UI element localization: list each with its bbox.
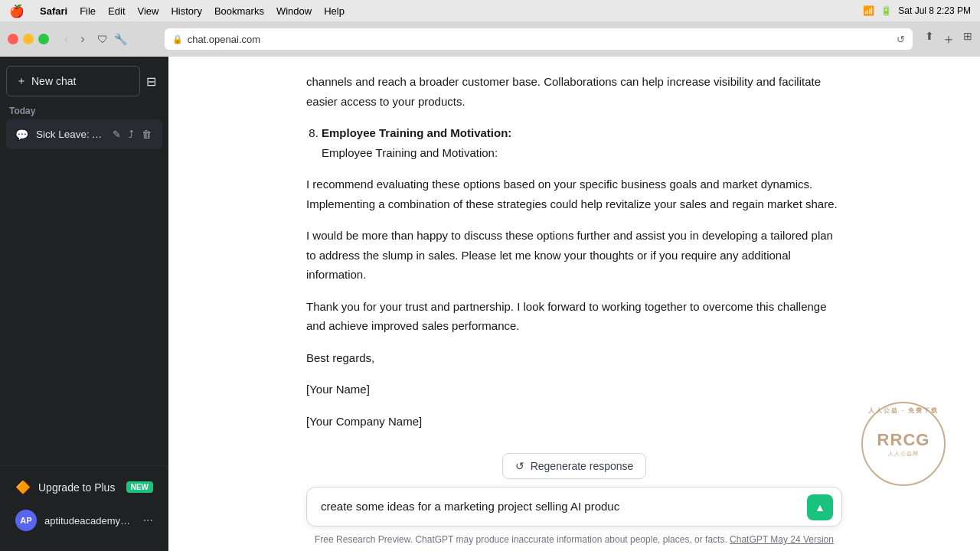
maximize-window-btn[interactable]: [38, 34, 49, 44]
message-company-name: [Your Company Name]: [306, 412, 842, 432]
list-item-8: Employee Training and Motivation: Employ…: [322, 123, 842, 162]
battery-icon: 🔋: [880, 5, 892, 16]
share-chat-icon[interactable]: ⤴: [127, 127, 136, 142]
menu-help[interactable]: Help: [324, 5, 345, 17]
menu-file[interactable]: File: [80, 5, 96, 17]
send-button[interactable]: ▲: [807, 494, 833, 520]
disclaimer-text: Free Research Preview. ChatGPT may produ…: [315, 534, 727, 545]
traffic-lights: [8, 34, 49, 44]
new-badge: NEW: [126, 481, 153, 493]
sidebar-collapse-button[interactable]: ⊟: [140, 68, 162, 95]
chat-scroll-area[interactable]: channels and reach a broader customer ba…: [168, 57, 980, 445]
menu-bar: 🍎 Safari File Edit View History Bookmark…: [0, 0, 980, 21]
message-your-name: [Your Name]: [306, 380, 842, 399]
message-container: channels and reach a broader customer ba…: [291, 72, 858, 431]
sidebar-tabs-icon[interactable]: ⊞: [963, 30, 972, 48]
regenerate-label: Regenerate response: [531, 460, 634, 472]
shield-icon: 🛡: [97, 33, 108, 45]
menu-app[interactable]: Safari: [40, 5, 67, 17]
apple-menu[interactable]: 🍎: [9, 4, 24, 18]
menu-bookmarks[interactable]: Bookmarks: [214, 5, 264, 17]
user-profile-button[interactable]: AP aptitudeacademy777@... ···: [6, 502, 162, 539]
menu-window[interactable]: Window: [276, 5, 312, 17]
share-icon[interactable]: ⬆: [925, 30, 934, 48]
avatar: AP: [15, 510, 37, 531]
chat-item-sick-leave[interactable]: 💬 Sick Leave: Absence ✎ ⤴ 🗑: [6, 119, 162, 149]
browser-right-icons: ⬆ ＋ ⊞: [925, 30, 972, 48]
message-recommend-text: I recommend evaluating these options bas…: [306, 174, 842, 214]
new-tab-icon[interactable]: ＋: [942, 30, 956, 48]
app-container: ＋ New chat ⊟ Today 💬 Sick Leave: Absence…: [0, 57, 980, 551]
send-icon: ▲: [815, 501, 825, 514]
user-initials: AP: [20, 516, 31, 525]
sidebar: ＋ New chat ⊟ Today 💬 Sick Leave: Absence…: [0, 57, 168, 551]
assistant-message: channels and reach a broader customer ba…: [306, 72, 842, 431]
time-display: Sat Jul 8 2:23 PM: [898, 5, 971, 16]
new-chat-button[interactable]: ＋ New chat: [6, 66, 140, 96]
menu-edit[interactable]: Edit: [108, 5, 125, 17]
wifi-icon: 📶: [863, 5, 874, 16]
new-chat-row: ＋ New chat ⊟: [0, 63, 168, 99]
chat-input[interactable]: [306, 487, 842, 527]
message-happy-text: I would be more than happy to discuss th…: [306, 226, 842, 285]
crown-icon: 🔶: [15, 480, 31, 494]
input-area: ↺ Regenerate response ▲ Free Research Pr…: [168, 445, 980, 552]
menu-history[interactable]: History: [171, 5, 201, 17]
input-wrapper: ▲: [291, 487, 858, 530]
message-channels-text: channels and reach a broader customer ba…: [306, 72, 842, 111]
main-content: channels and reach a broader customer ba…: [168, 57, 980, 551]
forward-button[interactable]: ›: [77, 31, 87, 47]
sidebar-bottom: 🔶 Upgrade to Plus NEW AP aptitudeacademy…: [0, 465, 168, 545]
browser-area: ＋ New chat ⊟ Today 💬 Sick Leave: Absence…: [0, 57, 980, 551]
list-item-8-body: Employee Training and Motivation:: [322, 146, 498, 159]
message-thankyou-text: Thank you for your trust and partnership…: [306, 297, 842, 336]
message-regards-text: Best regards,: [306, 348, 842, 368]
upgrade-label: Upgrade to Plus: [38, 481, 115, 494]
chat-item-action-icons: ✎ ⤴ 🗑: [111, 127, 153, 142]
section-today-label: Today: [0, 99, 168, 119]
regenerate-response-button[interactable]: ↺ Regenerate response: [502, 453, 647, 479]
columns-icon: ⊟: [146, 74, 156, 89]
disclaimer-row: Free Research Preview. ChatGPT may produ…: [168, 530, 980, 545]
lock-icon: 🔒: [172, 34, 183, 44]
url-text: chat.openai.com: [188, 34, 260, 45]
edit-chat-icon[interactable]: ✎: [111, 127, 122, 142]
close-window-btn[interactable]: [8, 34, 18, 44]
extension-icon: 🔧: [114, 33, 127, 45]
menu-view[interactable]: View: [138, 5, 159, 17]
address-bar[interactable]: 🔒 chat.openai.com ↺: [165, 28, 913, 50]
page-wrapper: 🍎 Safari File Edit View History Bookmark…: [0, 0, 980, 551]
menubar-right: 📶 🔋 Sat Jul 8 2:23 PM: [863, 5, 971, 16]
browser-chrome: ‹ › 🛡 🔧 🔒 chat.openai.com ↺ ⬆ ＋ ⊞: [0, 21, 980, 57]
delete-chat-icon[interactable]: 🗑: [140, 127, 153, 142]
user-email: aptitudeacademy777@...: [44, 515, 136, 527]
disclaimer-link[interactable]: ChatGPT May 24 Version: [730, 534, 834, 545]
new-chat-label: New chat: [31, 75, 76, 87]
menu-items: File Edit View History Bookmarks Window …: [80, 5, 345, 17]
back-button[interactable]: ‹: [61, 31, 71, 47]
upgrade-to-plus-button[interactable]: 🔶 Upgrade to Plus NEW: [6, 472, 162, 502]
chat-item-text: Sick Leave: Absence: [36, 129, 103, 140]
regenerate-row: ↺ Regenerate response: [168, 445, 980, 487]
regenerate-icon: ↺: [515, 460, 524, 472]
message-list: Employee Training and Motivation: Employ…: [322, 123, 842, 162]
list-item-8-header: Employee Training and Motivation:: [322, 126, 511, 139]
reload-icon[interactable]: ↺: [897, 34, 905, 45]
plus-icon: ＋: [16, 74, 27, 88]
chat-bubble-icon: 💬: [15, 129, 28, 141]
minimize-window-btn[interactable]: [23, 34, 34, 44]
user-more-icon[interactable]: ···: [143, 514, 153, 527]
